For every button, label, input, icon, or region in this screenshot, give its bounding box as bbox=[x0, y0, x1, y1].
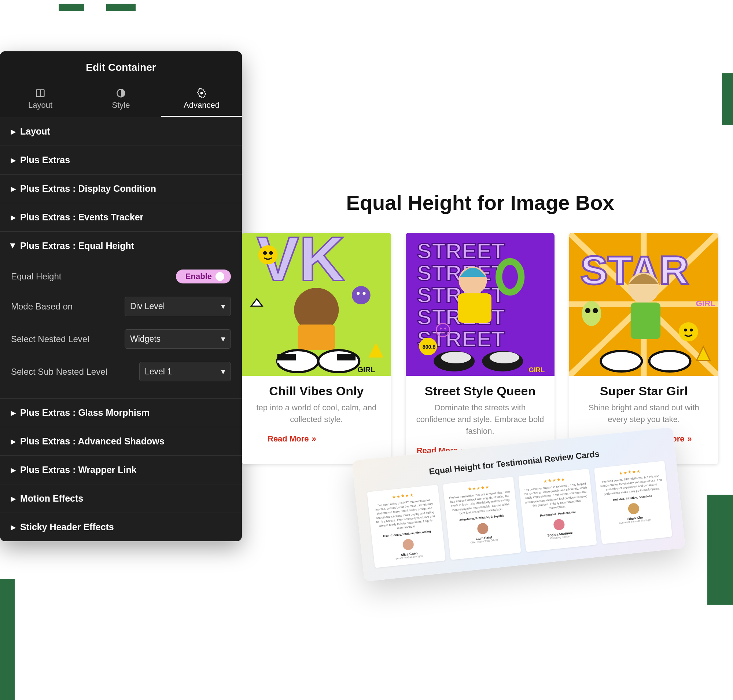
card-title: Super Star Girl bbox=[575, 384, 712, 398]
panel-tabs: Layout Style Advanced bbox=[0, 82, 242, 117]
image-box-card: VK GIRL Chill Vibes Only tep into a worl… bbox=[242, 233, 391, 464]
section-motion-effects[interactable]: ▸Motion Effects bbox=[0, 484, 242, 513]
equal-height-label: Equal Height bbox=[11, 271, 125, 282]
chevron-down-icon: ▾ bbox=[221, 334, 225, 344]
section-label: Plus Extras : Events Tracker bbox=[20, 212, 143, 223]
svg-point-7 bbox=[259, 245, 278, 265]
card-illustration: STREETSTREETSTREETSTREETSTREET 800.8 GIR… bbox=[406, 233, 555, 376]
card-illustration: STAR GIRL bbox=[569, 233, 718, 376]
caret-icon: ▸ bbox=[11, 155, 16, 165]
section-events-tracker[interactable]: ▸Plus Extras : Events Tracker bbox=[0, 203, 242, 231]
section-equal-height[interactable]: ▸Plus Extras : Equal Height bbox=[0, 232, 242, 260]
mode-select[interactable]: Div Level▾ bbox=[125, 297, 231, 316]
tab-style[interactable]: Style bbox=[81, 82, 161, 117]
section-sticky-header[interactable]: ▸Sticky Header Effects bbox=[0, 513, 242, 541]
svg-rect-30 bbox=[458, 293, 492, 323]
select-value: Level 1 bbox=[145, 367, 172, 376]
sub-nested-label: Select Sub Nested Level bbox=[11, 367, 139, 377]
editor-panel: Edit Container Layout Style Advanced ▸La… bbox=[0, 51, 242, 541]
avatar bbox=[477, 522, 489, 535]
caret-icon: ▸ bbox=[11, 493, 16, 504]
equal-height-toggle[interactable]: Enable bbox=[176, 269, 231, 284]
svg-point-3 bbox=[200, 92, 203, 95]
panel-title: Edit Container bbox=[0, 51, 242, 82]
svg-rect-49 bbox=[631, 303, 660, 339]
testimonial-item: ★★★★★ I've been using this NFT marketpla… bbox=[367, 485, 445, 568]
testimonial-text: I've tried several NFT platforms, but th… bbox=[599, 474, 664, 497]
section-advanced-shadows[interactable]: ▸Plus Extras : Advanced Shadows bbox=[0, 427, 242, 456]
section-wrapper-link[interactable]: ▸Plus Extras : Wrapper Link bbox=[0, 456, 242, 484]
svg-text:STREET: STREET bbox=[417, 238, 505, 263]
avatar bbox=[628, 502, 640, 515]
caret-icon: ▸ bbox=[8, 244, 19, 248]
section-display-condition[interactable]: ▸Plus Extras : Display Condition bbox=[0, 175, 242, 203]
chevron-right-icon: » bbox=[311, 434, 316, 444]
section-layout[interactable]: ▸Layout bbox=[0, 117, 242, 146]
svg-rect-16 bbox=[337, 354, 355, 360]
testimonial-text: The customer support is top-notch. They … bbox=[523, 481, 589, 513]
card-illustration: VK GIRL bbox=[242, 233, 391, 376]
card-desc: Shine bright and stand out with every st… bbox=[579, 402, 708, 425]
svg-point-50 bbox=[582, 301, 601, 326]
section-label: Plus Extras : Equal Height bbox=[20, 241, 134, 251]
svg-point-57 bbox=[690, 329, 693, 331]
section-label: Layout bbox=[20, 126, 50, 137]
caret-icon: ▸ bbox=[11, 126, 16, 137]
sub-nested-select[interactable]: Level 1▾ bbox=[139, 362, 231, 381]
testimonial-item: ★★★★★ I've tried several NFT platforms, … bbox=[594, 461, 672, 544]
caret-icon: ▸ bbox=[11, 522, 16, 532]
svg-point-53 bbox=[601, 351, 642, 371]
svg-text:GIRL: GIRL bbox=[529, 366, 545, 374]
testimonial-item: ★★★★★ The customer support is top-notch.… bbox=[518, 469, 597, 552]
svg-point-9 bbox=[269, 251, 273, 255]
mode-label: Mode Based on bbox=[11, 301, 125, 312]
caret-icon: ▸ bbox=[11, 212, 16, 223]
toggle-dot-icon bbox=[216, 272, 224, 281]
decor-block bbox=[0, 579, 15, 700]
svg-point-39 bbox=[440, 328, 442, 329]
section-label: Plus Extras : Advanced Shadows bbox=[20, 436, 165, 447]
section-glass-morphism[interactable]: ▸Plus Extras : Glass Morphism bbox=[0, 399, 242, 427]
svg-text:GIRL: GIRL bbox=[357, 366, 375, 374]
svg-rect-14 bbox=[278, 354, 296, 360]
link-text: Read More bbox=[267, 434, 308, 444]
section-label: Sticky Header Effects bbox=[20, 522, 114, 532]
caret-icon: ▸ bbox=[11, 436, 16, 447]
read-more-link[interactable]: Read More» bbox=[267, 434, 316, 444]
layout-icon bbox=[35, 88, 46, 98]
select-value: Widgets bbox=[130, 334, 160, 344]
section-label: Plus Extras : Wrapper Link bbox=[20, 465, 137, 475]
preview-title: Equal Height for Image Box bbox=[242, 191, 718, 215]
svg-point-19 bbox=[357, 292, 360, 295]
svg-text:800.8: 800.8 bbox=[422, 344, 435, 350]
nested-label: Select Nested Level bbox=[11, 334, 125, 344]
svg-rect-15 bbox=[278, 360, 296, 363]
card-title: Chill Vibes Only bbox=[248, 384, 385, 398]
testimonial-item: ★★★★★ The low transaction fees are a maj… bbox=[443, 477, 521, 560]
chevron-right-icon: » bbox=[687, 434, 692, 444]
nested-select[interactable]: Widgets▾ bbox=[125, 329, 231, 349]
caret-icon: ▸ bbox=[11, 407, 16, 418]
tab-layout[interactable]: Layout bbox=[0, 82, 81, 117]
svg-rect-17 bbox=[337, 360, 355, 363]
toggle-label: Enable bbox=[185, 272, 212, 281]
section-label: Motion Effects bbox=[20, 493, 83, 504]
svg-point-35 bbox=[489, 351, 519, 363]
decor-block bbox=[707, 495, 733, 604]
testimonial-text: I've been using this NFT marketplace for… bbox=[372, 498, 438, 533]
tab-advanced[interactable]: Advanced bbox=[161, 82, 242, 117]
card-title: Street Style Queen bbox=[411, 384, 549, 398]
contrast-icon bbox=[116, 88, 126, 98]
svg-point-54 bbox=[649, 351, 690, 371]
decor-block bbox=[106, 4, 136, 11]
read-more-link[interactable]: ore» bbox=[672, 434, 692, 444]
section-label: Plus Extras : Glass Morphism bbox=[20, 407, 150, 418]
cards-row: VK GIRL Chill Vibes Only tep into a worl… bbox=[242, 233, 718, 464]
svg-point-52 bbox=[593, 308, 598, 313]
tab-label: Layout bbox=[28, 100, 52, 110]
gear-icon bbox=[197, 88, 207, 98]
section-plus-extras[interactable]: ▸Plus Extras bbox=[0, 146, 242, 174]
decor-block bbox=[59, 4, 84, 11]
svg-point-20 bbox=[363, 292, 366, 295]
select-value: Div Level bbox=[130, 301, 165, 311]
